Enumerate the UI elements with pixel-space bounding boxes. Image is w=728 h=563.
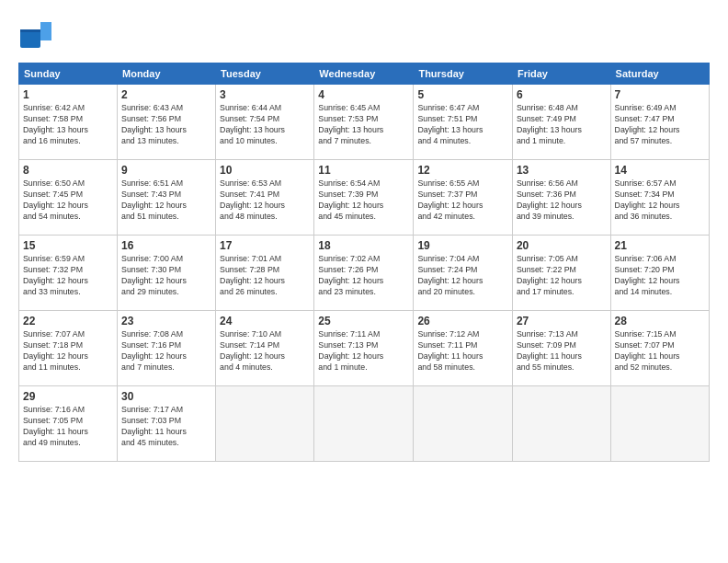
day-number: 18 (318, 238, 409, 253)
day-number: 6 (517, 87, 607, 102)
day-info: Sunrise: 7:01 AM Sunset: 7:28 PM Dayligh… (220, 254, 310, 298)
day-number: 22 (23, 314, 113, 328)
day-number: 15 (23, 238, 113, 253)
calendar-cell: 29Sunrise: 7:16 AM Sunset: 7:05 PM Dayli… (19, 386, 118, 462)
calendar-cell: 5Sunrise: 6:47 AM Sunset: 7:51 PM Daylig… (414, 85, 513, 160)
calendar-cell: 13Sunrise: 6:56 AM Sunset: 7:36 PM Dayli… (512, 160, 610, 236)
calendar-cell: 15Sunrise: 6:59 AM Sunset: 7:32 PM Dayli… (19, 236, 118, 311)
calendar-cell: 18Sunrise: 7:02 AM Sunset: 7:26 PM Dayli… (314, 236, 414, 311)
column-header-thursday: Thursday (414, 63, 513, 85)
day-info: Sunrise: 7:07 AM Sunset: 7:18 PM Dayligh… (23, 329, 113, 373)
day-number: 3 (220, 87, 310, 102)
day-number: 20 (517, 238, 607, 253)
day-number: 21 (615, 238, 705, 253)
column-header-row: SundayMondayTuesdayWednesdayThursdayFrid… (19, 63, 710, 85)
calendar-cell: 8Sunrise: 6:50 AM Sunset: 7:45 PM Daylig… (19, 160, 118, 236)
calendar-cell: 14Sunrise: 6:57 AM Sunset: 7:34 PM Dayli… (610, 160, 709, 236)
day-number: 12 (417, 163, 508, 178)
calendar-cell: 20Sunrise: 7:05 AM Sunset: 7:22 PM Dayli… (512, 236, 610, 311)
calendar-cell: 4Sunrise: 6:45 AM Sunset: 7:53 PM Daylig… (314, 85, 414, 160)
svg-rect-2 (20, 29, 40, 32)
day-info: Sunrise: 6:45 AM Sunset: 7:53 PM Dayligh… (318, 103, 409, 147)
day-info: Sunrise: 6:54 AM Sunset: 7:39 PM Dayligh… (318, 178, 409, 223)
calendar-cell: 9Sunrise: 6:51 AM Sunset: 7:43 PM Daylig… (118, 160, 216, 236)
day-number: 5 (417, 87, 508, 102)
day-info: Sunrise: 6:55 AM Sunset: 7:37 PM Dayligh… (417, 178, 508, 223)
calendar-cell: 12Sunrise: 6:55 AM Sunset: 7:37 PM Dayli… (414, 160, 513, 236)
logo (18, 18, 55, 52)
day-info: Sunrise: 7:00 AM Sunset: 7:30 PM Dayligh… (121, 254, 211, 298)
day-info: Sunrise: 7:16 AM Sunset: 7:05 PM Dayligh… (23, 405, 113, 449)
calendar-cell: 21Sunrise: 7:06 AM Sunset: 7:20 PM Dayli… (610, 236, 709, 311)
calendar-cell: 25Sunrise: 7:11 AM Sunset: 7:13 PM Dayli… (314, 311, 414, 386)
calendar-cell (610, 386, 709, 462)
column-header-wednesday: Wednesday (314, 63, 414, 85)
day-info: Sunrise: 6:50 AM Sunset: 7:45 PM Dayligh… (23, 178, 113, 223)
calendar-body: 1Sunrise: 6:42 AM Sunset: 7:58 PM Daylig… (19, 85, 710, 462)
day-number: 29 (23, 389, 113, 404)
day-info: Sunrise: 6:49 AM Sunset: 7:47 PM Dayligh… (615, 103, 705, 147)
column-header-saturday: Saturday (610, 63, 709, 85)
column-header-monday: Monday (118, 63, 216, 85)
day-info: Sunrise: 7:02 AM Sunset: 7:26 PM Dayligh… (318, 254, 409, 298)
day-number: 8 (23, 163, 113, 178)
column-header-sunday: Sunday (19, 63, 118, 85)
day-info: Sunrise: 7:10 AM Sunset: 7:14 PM Dayligh… (220, 329, 310, 373)
calendar-cell: 17Sunrise: 7:01 AM Sunset: 7:28 PM Dayli… (216, 236, 314, 311)
calendar-header: SundayMondayTuesdayWednesdayThursdayFrid… (19, 63, 710, 85)
logo-icon (18, 18, 51, 52)
day-number: 27 (517, 314, 607, 328)
day-info: Sunrise: 6:47 AM Sunset: 7:51 PM Dayligh… (417, 103, 508, 147)
day-number: 13 (517, 163, 607, 178)
calendar-cell: 3Sunrise: 6:44 AM Sunset: 7:54 PM Daylig… (216, 85, 314, 160)
page: SundayMondayTuesdayWednesdayThursdayFrid… (0, 0, 728, 563)
calendar-cell: 6Sunrise: 6:48 AM Sunset: 7:49 PM Daylig… (512, 85, 610, 160)
day-info: Sunrise: 7:15 AM Sunset: 7:07 PM Dayligh… (615, 329, 705, 373)
day-number: 17 (220, 238, 310, 253)
calendar-cell: 26Sunrise: 7:12 AM Sunset: 7:11 PM Dayli… (414, 311, 513, 386)
calendar-cell: 22Sunrise: 7:07 AM Sunset: 7:18 PM Dayli… (19, 311, 118, 386)
day-info: Sunrise: 7:04 AM Sunset: 7:24 PM Dayligh… (417, 254, 508, 298)
day-info: Sunrise: 6:43 AM Sunset: 7:56 PM Dayligh… (121, 103, 211, 147)
calendar-week-5: 29Sunrise: 7:16 AM Sunset: 7:05 PM Dayli… (19, 386, 710, 462)
calendar-cell: 1Sunrise: 6:42 AM Sunset: 7:58 PM Daylig… (19, 85, 118, 160)
column-header-tuesday: Tuesday (216, 63, 314, 85)
day-info: Sunrise: 7:13 AM Sunset: 7:09 PM Dayligh… (517, 329, 607, 373)
header (18, 18, 710, 52)
svg-marker-1 (40, 22, 51, 40)
day-number: 10 (220, 163, 310, 178)
day-number: 30 (121, 389, 211, 404)
calendar-cell (414, 386, 513, 462)
calendar-cell: 11Sunrise: 6:54 AM Sunset: 7:39 PM Dayli… (314, 160, 414, 236)
calendar-cell: 30Sunrise: 7:17 AM Sunset: 7:03 PM Dayli… (118, 386, 216, 462)
day-number: 14 (615, 163, 705, 178)
day-info: Sunrise: 7:17 AM Sunset: 7:03 PM Dayligh… (121, 405, 211, 449)
day-number: 9 (121, 163, 211, 178)
calendar-cell: 28Sunrise: 7:15 AM Sunset: 7:07 PM Dayli… (610, 311, 709, 386)
day-number: 26 (417, 314, 508, 328)
calendar-cell: 19Sunrise: 7:04 AM Sunset: 7:24 PM Dayli… (414, 236, 513, 311)
calendar-cell (512, 386, 610, 462)
day-info: Sunrise: 7:12 AM Sunset: 7:11 PM Dayligh… (417, 329, 508, 373)
calendar-cell: 27Sunrise: 7:13 AM Sunset: 7:09 PM Dayli… (512, 311, 610, 386)
calendar-week-3: 15Sunrise: 6:59 AM Sunset: 7:32 PM Dayli… (19, 236, 710, 311)
calendar-week-1: 1Sunrise: 6:42 AM Sunset: 7:58 PM Daylig… (19, 85, 710, 160)
calendar-week-2: 8Sunrise: 6:50 AM Sunset: 7:45 PM Daylig… (19, 160, 710, 236)
column-header-friday: Friday (512, 63, 610, 85)
day-number: 4 (318, 87, 409, 102)
day-info: Sunrise: 6:57 AM Sunset: 7:34 PM Dayligh… (615, 178, 705, 223)
day-info: Sunrise: 6:59 AM Sunset: 7:32 PM Dayligh… (23, 254, 113, 298)
calendar-week-4: 22Sunrise: 7:07 AM Sunset: 7:18 PM Dayli… (19, 311, 710, 386)
day-info: Sunrise: 7:08 AM Sunset: 7:16 PM Dayligh… (121, 329, 211, 373)
calendar-cell (314, 386, 414, 462)
day-number: 28 (615, 314, 705, 328)
day-info: Sunrise: 6:44 AM Sunset: 7:54 PM Dayligh… (220, 103, 310, 147)
calendar-cell: 23Sunrise: 7:08 AM Sunset: 7:16 PM Dayli… (118, 311, 216, 386)
day-info: Sunrise: 6:53 AM Sunset: 7:41 PM Dayligh… (220, 178, 310, 223)
day-number: 19 (417, 238, 508, 253)
calendar-cell: 10Sunrise: 6:53 AM Sunset: 7:41 PM Dayli… (216, 160, 314, 236)
day-info: Sunrise: 7:05 AM Sunset: 7:22 PM Dayligh… (517, 254, 607, 298)
day-number: 24 (220, 314, 310, 328)
day-number: 16 (121, 238, 211, 253)
day-number: 1 (23, 87, 113, 102)
